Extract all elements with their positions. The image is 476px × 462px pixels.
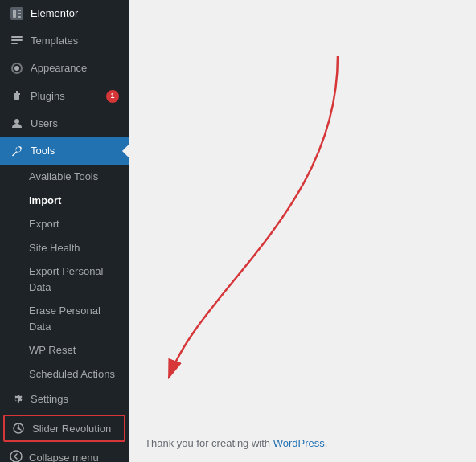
footer: Thank you for creating with WordPress. <box>145 437 327 449</box>
collapse-icon <box>10 450 23 462</box>
elementor-icon <box>10 6 24 21</box>
elementor-label: Elementor <box>31 6 119 21</box>
svg-rect-0 <box>10 7 23 20</box>
plugins-icon <box>10 89 24 104</box>
submenu-available-tools[interactable]: Available Tools <box>0 165 129 189</box>
submenu-erase-personal-data[interactable]: Erase Personal Data <box>0 299 129 338</box>
settings-icon <box>10 392 24 407</box>
annotation-arrow <box>161 48 370 386</box>
settings-label: Settings <box>31 392 119 407</box>
svg-rect-6 <box>11 39 23 41</box>
templates-label: Templates <box>31 34 119 48</box>
tools-icon <box>10 144 24 158</box>
plugins-label: Plugins <box>31 89 100 104</box>
sidebar: Elementor Templates Appearance P <box>0 0 129 462</box>
submenu-export-personal-data[interactable]: Export Personal Data <box>0 260 129 299</box>
sidebar-item-slider-revolution[interactable]: Slider Revolution <box>3 415 125 442</box>
submenu-import[interactable]: Import <box>0 189 129 213</box>
sidebar-item-settings[interactable]: Settings <box>0 386 129 413</box>
svg-rect-7 <box>11 43 18 44</box>
sidebar-item-tools[interactable]: Tools <box>0 137 129 165</box>
svg-rect-4 <box>18 16 21 18</box>
slider-revolution-icon <box>11 421 26 435</box>
submenu-site-health[interactable]: Site Health <box>0 236 129 260</box>
footer-text-before: Thank you for creating with <box>145 437 273 449</box>
svg-point-8 <box>14 119 19 124</box>
submenu-export[interactable]: Export <box>0 212 129 236</box>
templates-icon <box>10 34 24 48</box>
svg-rect-3 <box>18 13 21 14</box>
sidebar-item-users[interactable]: Users <box>0 110 129 137</box>
tools-label: Tools <box>31 144 119 158</box>
svg-point-10 <box>18 427 20 430</box>
svg-rect-5 <box>11 36 23 38</box>
sidebar-item-elementor[interactable]: Elementor <box>0 0 129 27</box>
svg-point-11 <box>10 451 22 462</box>
slider-revolution-label: Slider Revolution <box>32 423 111 435</box>
wordpress-link[interactable]: WordPress <box>273 437 325 449</box>
sidebar-item-templates[interactable]: Templates <box>0 27 129 55</box>
main-content: Thank you for creating with WordPress. <box>129 0 476 462</box>
svg-rect-1 <box>13 10 16 18</box>
users-icon <box>10 117 24 131</box>
collapse-label: Collapse menu <box>29 452 99 462</box>
sidebar-item-plugins[interactable]: Plugins 1 <box>0 83 129 110</box>
sidebar-item-appearance[interactable]: Appearance <box>0 55 129 82</box>
plugins-badge: 1 <box>106 90 119 103</box>
appearance-label: Appearance <box>31 61 119 76</box>
collapse-menu[interactable]: Collapse menu <box>0 444 129 462</box>
footer-text-after: . <box>325 437 328 449</box>
appearance-icon <box>10 61 24 76</box>
submenu-scheduled-actions[interactable]: Scheduled Actions <box>0 362 129 386</box>
svg-rect-2 <box>18 10 21 11</box>
submenu-wp-reset[interactable]: WP Reset <box>0 338 129 362</box>
users-label: Users <box>31 117 119 131</box>
